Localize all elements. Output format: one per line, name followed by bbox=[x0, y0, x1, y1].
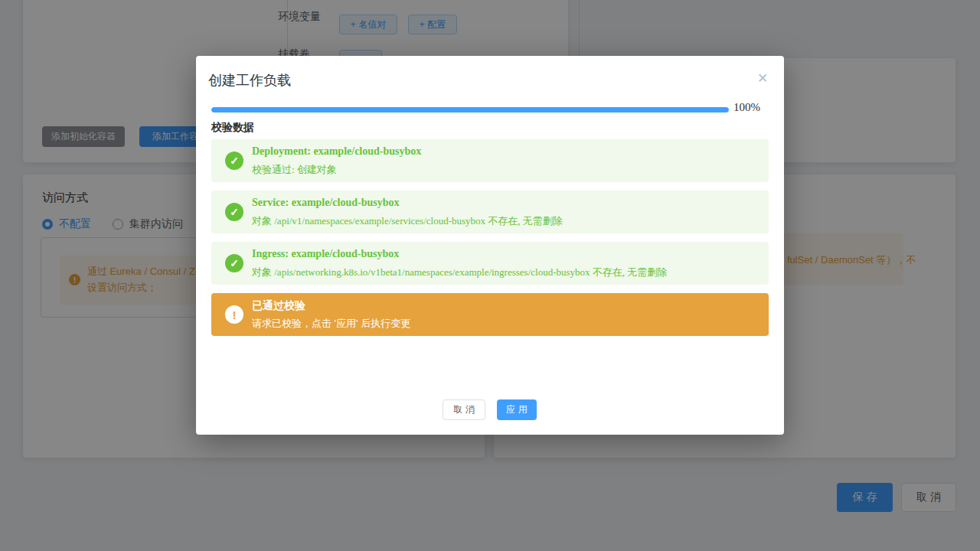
dialog-title: 创建工作负载 bbox=[208, 71, 291, 90]
validation-row-title: Service: example/cloud-busybox bbox=[252, 197, 400, 209]
create-workload-dialog: 创建工作负载 ✕ 100% 校验数据 ✓ Deployment: example… bbox=[196, 56, 784, 435]
validation-row-detail: 请求已校验，点击 '应用' 后执行变更 bbox=[252, 317, 410, 331]
exclamation-icon: ! bbox=[225, 305, 243, 324]
validation-row-detail: 对象 /api/v1/namespaces/example/services/c… bbox=[252, 214, 563, 228]
progress-bar bbox=[211, 107, 729, 112]
validation-row-title: Deployment: example/cloud-busybox bbox=[252, 145, 421, 158]
dialog-apply-button[interactable]: 应 用 bbox=[497, 399, 537, 420]
success-check-icon: ✓ bbox=[225, 152, 243, 170]
validation-row-deployment: ✓ Deployment: example/cloud-busybox 校验通过… bbox=[211, 139, 769, 182]
close-icon[interactable]: ✕ bbox=[755, 71, 770, 86]
validation-row-service: ✓ Service: example/cloud-busybox 对象 /api… bbox=[211, 191, 769, 233]
validation-row-title: Ingress: example/cloud-busybox bbox=[252, 248, 399, 260]
validation-row-detail: 校验通过: 创建对象 bbox=[252, 163, 337, 177]
progress-percent-label: 100% bbox=[733, 101, 760, 114]
success-check-icon: ✓ bbox=[225, 254, 243, 272]
validation-passed-banner: ! 已通过校验 请求已校验，点击 '应用' 后执行变更 bbox=[211, 293, 769, 336]
validate-data-header: 校验数据 bbox=[211, 121, 254, 135]
validation-row-ingress: ✓ Ingress: example/cloud-busybox 对象 /api… bbox=[211, 242, 769, 285]
success-check-icon: ✓ bbox=[225, 203, 243, 221]
dialog-cancel-button[interactable]: 取 消 bbox=[443, 399, 485, 420]
validation-row-detail: 对象 /apis/networking.k8s.io/v1beta1/names… bbox=[252, 266, 667, 279]
validation-row-title: 已通过校验 bbox=[252, 299, 305, 313]
progress-bar-fill bbox=[211, 107, 729, 112]
